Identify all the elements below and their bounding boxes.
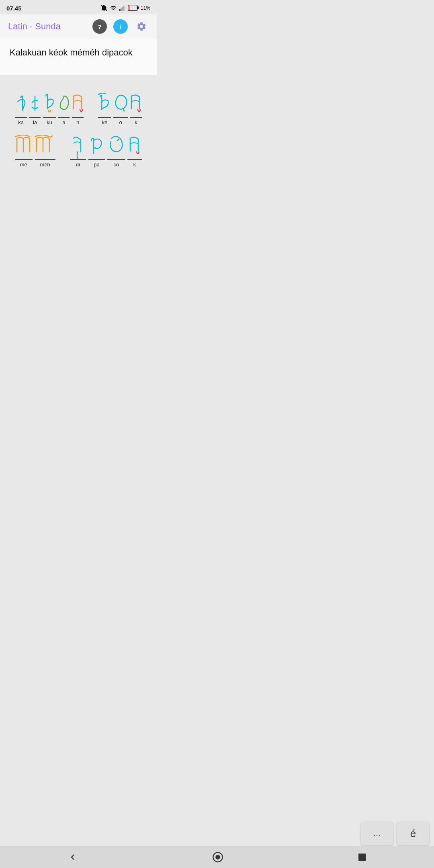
status-icons: + ↑↓ 11%	[100, 4, 150, 12]
svg-rect-2	[119, 9, 121, 11]
input-area[interactable]: Kalakuan kéok méméh dipacok	[0, 39, 157, 75]
syl-block-mé: mé	[15, 135, 33, 168]
svg-rect-8	[129, 6, 130, 10]
syl-block-k: k	[130, 93, 142, 125]
script-row-2: méméhdipacok	[14, 135, 143, 168]
mute-icon	[100, 4, 108, 12]
syl-block-co: co	[107, 135, 125, 168]
svg-rect-3	[121, 8, 122, 11]
battery-percentage: 11%	[141, 5, 150, 11]
script-row-1: kalakuankéok	[14, 93, 143, 125]
syl-block-ké: ké	[98, 93, 111, 125]
status-time: 07.45	[6, 5, 22, 12]
app-title: Latin - Sunda	[8, 21, 61, 32]
syl-block-la: la	[29, 94, 41, 125]
svg-rect-5	[123, 6, 125, 11]
input-text: Kalakuan kéok méméh dipacok	[10, 47, 147, 59]
signal-icon: ↑↓	[119, 5, 126, 11]
syl-block-ka: ka	[15, 94, 27, 125]
svg-rect-4	[122, 7, 123, 11]
settings-button[interactable]	[134, 19, 149, 34]
app-bar: Latin - Sunda ? i	[0, 14, 157, 39]
syl-block-di: di	[70, 135, 86, 168]
syl-block-n: n	[72, 93, 84, 125]
syl-block-a: a	[58, 94, 70, 125]
syl-block-ku: ku	[43, 93, 56, 125]
svg-text:↑↓: ↑↓	[125, 6, 126, 9]
status-bar: 07.45 + ↑↓ 11%	[0, 0, 157, 14]
syl-block-pa: pa	[88, 137, 105, 168]
battery-icon	[128, 5, 139, 11]
syl-block-k: k	[127, 135, 142, 168]
sunda-script-full: kalakuankéokméméhdipacok	[8, 85, 149, 181]
script-display-area: kalakuankéokméméhdipacok	[0, 75, 157, 189]
app-bar-icons: ? i	[92, 19, 149, 34]
gear-icon	[136, 21, 147, 32]
syl-block-o: o	[113, 93, 127, 125]
wifi-icon: +	[109, 5, 117, 11]
svg-rect-9	[137, 6, 139, 9]
help-button[interactable]: ?	[92, 19, 107, 34]
svg-text:+: +	[115, 8, 117, 11]
syl-block-méh: méh	[35, 135, 55, 168]
info-button[interactable]: i	[113, 19, 128, 34]
